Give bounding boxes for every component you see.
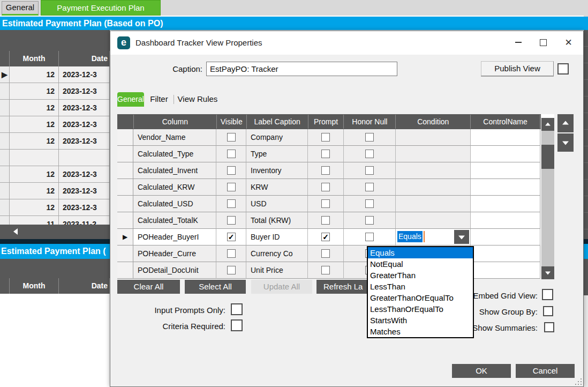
row-pointer-cell[interactable] <box>0 100 10 116</box>
row-pointer-cell[interactable] <box>117 129 133 146</box>
bg-table-row[interactable]: 122023-12-3 <box>0 199 110 216</box>
bg-table-row[interactable]: ▶122023-12-3 <box>0 66 110 83</box>
column-name-cell[interactable]: POHeader_Curre <box>133 245 216 262</box>
honor-null-checkbox[interactable] <box>365 216 374 225</box>
prompt-checkbox[interactable]: ✓ <box>321 233 330 241</box>
prompt-checkbox[interactable] <box>321 133 330 142</box>
month-cell[interactable]: 12 <box>10 133 59 150</box>
month-cell[interactable]: 12 <box>10 83 59 100</box>
prompt-checkbox[interactable] <box>321 216 330 225</box>
date-cell[interactable]: 2023-12-3 <box>59 183 110 199</box>
condition-cell[interactable]: Equals <box>396 229 471 245</box>
honor-null-checkbox[interactable] <box>365 183 374 191</box>
show-summaries-checkbox[interactable] <box>544 322 554 332</box>
criteria-required-checkbox[interactable] <box>231 319 243 331</box>
row-pointer-cell[interactable] <box>117 179 133 196</box>
row-pointer-cell[interactable] <box>0 199 10 216</box>
date-column-header[interactable]: Date <box>59 51 110 66</box>
visible-checkbox[interactable] <box>227 249 236 258</box>
month-column-header[interactable]: Month <box>10 278 59 294</box>
label-caption-cell[interactable]: KRW <box>246 179 308 196</box>
month-cell[interactable]: 12 <box>10 199 59 216</box>
visible-checkbox[interactable] <box>227 150 236 158</box>
row-pointer-cell[interactable] <box>0 133 10 150</box>
date-cell[interactable]: 2023-12-3 <box>59 166 110 183</box>
label-caption-cell[interactable]: Unit Price <box>246 262 308 279</box>
row-pointer-cell[interactable] <box>117 196 133 212</box>
label-caption-cell[interactable]: Company <box>246 129 308 146</box>
condition-cell[interactable] <box>396 146 471 162</box>
column-name-cell[interactable]: PODetail_DocUnit <box>133 262 216 279</box>
honor-null-checkbox[interactable] <box>365 199 374 208</box>
scroll-down-icon[interactable] <box>541 266 554 279</box>
tab-general[interactable]: General <box>117 92 144 107</box>
dropdown-item[interactable]: GreaterThan <box>368 270 473 281</box>
grid-row[interactable]: Vendor_NameCompany <box>117 129 541 146</box>
close-button[interactable]: ✕ <box>556 32 581 53</box>
prompt-checkbox[interactable] <box>321 266 330 274</box>
column-name-cell[interactable]: Calculated_KRW <box>133 179 216 196</box>
row-pointer-cell[interactable] <box>0 166 10 183</box>
bg-table-row[interactable]: 122023-12-3 <box>0 83 110 100</box>
month-cell[interactable] <box>10 150 59 166</box>
dialog-title-bar[interactable]: e Dashboard Tracker View Properties ✕ <box>110 31 583 55</box>
controlname-cell[interactable] <box>471 262 540 279</box>
bg-table-row[interactable]: 122023-12-3 <box>0 166 110 183</box>
clear-all-button[interactable]: Clear All <box>117 280 180 294</box>
controlname-cell[interactable] <box>471 196 540 212</box>
tab-view-rules[interactable]: View Rules <box>176 92 220 107</box>
bg-table-row[interactable]: 122023-12-3 <box>0 100 110 116</box>
row-pointer-cell[interactable] <box>0 216 10 225</box>
input-prompts-only-checkbox[interactable] <box>231 303 243 315</box>
column-name-cell[interactable]: Vendor_Name <box>133 129 216 146</box>
publish-view-button[interactable]: Publish View <box>481 61 554 76</box>
label-caption-cell[interactable]: Inventory <box>246 162 308 179</box>
grid-row[interactable]: Calculated_USDUSD <box>117 196 541 212</box>
visible-checkbox[interactable] <box>227 133 236 142</box>
embed-grid-view-checkbox[interactable] <box>542 289 553 300</box>
dropdown-item[interactable]: LessThanOrEqualTo <box>368 303 473 315</box>
controlname-cell[interactable] <box>471 179 540 196</box>
dropdown-item[interactable]: GreaterThanOrEqualTo <box>368 292 473 303</box>
column-name-cell[interactable]: Calculated_TotalK <box>133 212 216 229</box>
grid-vertical-scrollbar[interactable] <box>541 114 554 279</box>
cancel-button[interactable]: Cancel <box>516 364 575 378</box>
date-cell[interactable]: 2023-12-3 <box>59 66 110 83</box>
visible-header[interactable]: Visible <box>217 115 247 129</box>
tab-filter[interactable]: Filter <box>147 92 171 107</box>
honor-null-header[interactable]: Honor Null <box>344 115 396 129</box>
visible-checkbox[interactable] <box>227 199 236 208</box>
column-name-cell[interactable]: Calculated_Type <box>133 146 216 162</box>
condition-cell[interactable] <box>396 212 471 229</box>
prompt-checkbox[interactable] <box>321 150 330 158</box>
grid-row[interactable]: PODetail_DocUnitUnit Price <box>117 262 541 279</box>
dropdown-item[interactable]: Equals <box>368 247 473 258</box>
controlname-cell[interactable] <box>471 229 540 245</box>
label-caption-cell[interactable]: Total (KRW) <box>246 212 308 229</box>
dropdown-item[interactable]: NotEqual <box>368 258 473 270</box>
bg-table-row[interactable]: 122023-12-3 <box>0 183 110 199</box>
visible-checkbox[interactable] <box>227 166 236 175</box>
controlname-cell[interactable] <box>471 146 540 162</box>
controlname-cell[interactable] <box>471 245 540 262</box>
column-name-cell[interactable]: Calculated_Invent <box>133 162 216 179</box>
scroll-up-icon[interactable] <box>541 118 554 131</box>
prompt-checkbox[interactable] <box>321 199 330 208</box>
date-cell[interactable]: 2023-12-3 <box>59 133 110 150</box>
month-column-header[interactable]: Month <box>10 51 59 66</box>
visible-checkbox[interactable] <box>227 183 236 191</box>
move-row-up-button[interactable] <box>557 114 574 132</box>
controlname-cell[interactable] <box>471 129 540 146</box>
row-pointer-cell[interactable] <box>0 116 10 133</box>
dropdown-item[interactable]: Matches <box>368 326 473 337</box>
honor-null-checkbox[interactable] <box>365 166 374 175</box>
label-caption-header[interactable]: Label Caption <box>247 115 308 129</box>
row-pointer-cell[interactable] <box>0 183 10 199</box>
date-cell[interactable]: 2023-12-3 <box>59 100 110 116</box>
date-cell[interactable]: 2023-12-3 <box>59 116 110 133</box>
column-name-cell[interactable]: POHeader_BuyerI <box>133 229 216 245</box>
honor-null-checkbox[interactable] <box>365 133 374 142</box>
label-caption-cell[interactable]: Type <box>246 146 308 162</box>
honor-null-checkbox[interactable] <box>365 150 374 158</box>
dropdown-item[interactable]: LessThan <box>368 281 473 292</box>
